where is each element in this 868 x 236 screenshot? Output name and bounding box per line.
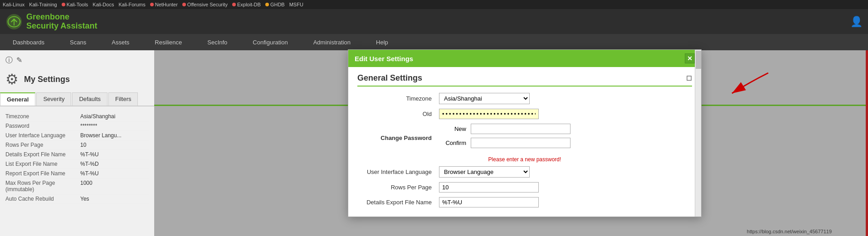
nav-resilience[interactable]: Resilience: [142, 34, 195, 50]
modal-body: General Settings ☐ Timezone Asia/Shangha…: [348, 67, 701, 217]
bookmarks-bar: Kali-Linux Kali-Training Kali-Tools Kali…: [0, 0, 868, 9]
form-row-new-password: Change Password New Confirm: [357, 124, 692, 152]
new-password-input[interactable]: [471, 124, 571, 134]
password-error-message: Please enter a new password!: [357, 156, 692, 163]
setting-label-rows-per-page: Rows Per Page: [5, 142, 80, 148]
setting-label-password: Password: [5, 123, 80, 129]
main-header: Greenbone Security Assistant 👤: [0, 9, 868, 34]
setting-value-ui-language: Browser Langu...: [80, 132, 122, 139]
setting-row-list-export: List Export File Name %T-%D: [5, 159, 149, 169]
bookmark-kali-training[interactable]: Kali-Training: [29, 2, 57, 7]
setting-value-auto-cache: Yes: [80, 196, 89, 202]
change-password-group-label: Change Password: [357, 135, 439, 141]
details-export-label: Details Export File Name: [357, 199, 439, 206]
bookmark-exploit-db[interactable]: Exploit-DB: [232, 2, 261, 7]
scrollbar-thumb[interactable]: [696, 51, 701, 69]
user-icon[interactable]: 👤: [850, 16, 863, 28]
nav-assets[interactable]: Assets: [99, 34, 142, 50]
setting-value-max-rows: 1000: [80, 180, 93, 193]
nav-administration[interactable]: Administration: [301, 34, 363, 50]
left-panel: ⓘ ✎ ⚙ My Settings General Severity Defau…: [0, 50, 154, 236]
form-row-ui-language: User Interface Language Browser Language…: [357, 166, 692, 178]
section-edit-icon[interactable]: ☐: [686, 75, 692, 82]
timezone-label: Timezone: [357, 95, 439, 102]
edit-icon[interactable]: ✎: [16, 56, 22, 65]
right-panel: https://blog.csdn.net/weixin_45677119 Ed…: [154, 50, 868, 236]
setting-value-details-export: %T-%U: [80, 151, 99, 158]
setting-label-max-rows: Max Rows Per Page (immutable): [5, 180, 80, 193]
setting-label-list-export: List Export File Name: [5, 161, 80, 167]
setting-value-report-export: %T-%U: [80, 170, 99, 177]
tab-severity[interactable]: Severity: [36, 92, 71, 106]
setting-row-ui-language: User Interface Language Browser Langu...: [5, 131, 149, 140]
content-area: ⓘ ✎ ⚙ My Settings General Severity Defau…: [0, 50, 868, 236]
setting-row-max-rows: Max Rows Per Page (immutable) 1000: [5, 178, 149, 194]
setting-row-details-export: Details Export File Name %T-%U: [5, 150, 149, 159]
setting-label-timezone: Timezone: [5, 113, 80, 120]
logo-icon: [5, 13, 23, 30]
logo-text: Greenbone Security Assistant: [26, 13, 97, 31]
rows-per-page-input[interactable]: [439, 182, 539, 193]
confirm-password-input[interactable]: [471, 138, 571, 148]
nav-help[interactable]: Help: [363, 34, 401, 50]
setting-value-rows-per-page: 10: [80, 142, 86, 148]
bookmark-msfu[interactable]: MSFU: [289, 2, 303, 7]
help-icon[interactable]: ⓘ: [5, 56, 13, 65]
setting-row-report-export: Report Export File Name %T-%U: [5, 169, 149, 178]
toolbar-icons: ⓘ ✎: [0, 54, 154, 69]
setting-row-timezone: Timezone Asia/Shanghai: [5, 112, 149, 121]
bookmark-offensive-security[interactable]: Offensive Security: [182, 2, 228, 7]
modal-section-title: General Settings ☐: [357, 73, 692, 87]
form-row-old-password: Old: [357, 109, 692, 119]
modal-header: Edit User Settings ✕: [348, 50, 701, 67]
setting-label-ui-language: User Interface Language: [5, 132, 80, 139]
bookmark-kali-docs[interactable]: Kali-Docs: [93, 2, 114, 7]
edit-user-settings-modal: Edit User Settings ✕ General Settings ☐ …: [348, 49, 702, 217]
details-export-input[interactable]: [439, 197, 539, 207]
setting-row-rows-per-page: Rows Per Page 10: [5, 140, 149, 150]
bookmark-nethunter[interactable]: NetHunter: [150, 2, 178, 7]
confirm-password-label: Confirm: [439, 140, 471, 146]
modal-close-button[interactable]: ✕: [685, 53, 695, 63]
form-row-details-export: Details Export File Name: [357, 197, 692, 207]
old-password-input[interactable]: [439, 109, 539, 119]
tab-filters[interactable]: Filters: [108, 92, 138, 106]
settings-table: Timezone Asia/Shanghai Password ********…: [0, 110, 154, 206]
settings-gear-icon: ⚙: [5, 71, 19, 88]
ui-language-label: User Interface Language: [357, 169, 439, 175]
logo-area: Greenbone Security Assistant: [5, 13, 97, 31]
new-password-label: New: [439, 125, 471, 132]
old-password-label: Old: [357, 111, 439, 117]
tab-general[interactable]: General: [0, 92, 35, 106]
rows-per-page-label: Rows Per Page: [357, 184, 439, 191]
ui-language-select[interactable]: Browser Language English German French: [439, 166, 530, 178]
modal-overlay: Edit User Settings ✕ General Settings ☐ …: [154, 50, 868, 236]
modal-scrollbar[interactable]: [695, 50, 701, 217]
bookmark-kali-forums[interactable]: Kali-Forums: [118, 2, 145, 7]
nav-dashboards[interactable]: Dashboards: [0, 34, 57, 50]
modal-title: Edit User Settings: [355, 55, 413, 63]
bookmark-kali-tools[interactable]: Kali-Tools: [62, 2, 88, 7]
nav-configuration[interactable]: Configuration: [240, 34, 300, 50]
nav-secinfo[interactable]: SecInfo: [195, 34, 240, 50]
page-title-area: ⚙ My Settings: [0, 69, 154, 92]
timezone-select[interactable]: Asia/Shanghai UTC America/New_York Europ…: [439, 93, 530, 104]
form-row-timezone: Timezone Asia/Shanghai UTC America/New_Y…: [357, 93, 692, 104]
bookmark-ghdb[interactable]: GHDB: [265, 2, 285, 7]
setting-value-password: ********: [80, 123, 97, 129]
form-row-rows-per-page: Rows Per Page: [357, 182, 692, 193]
tab-defaults[interactable]: Defaults: [72, 92, 107, 106]
settings-tabs: General Severity Defaults Filters: [0, 92, 154, 106]
setting-row-password: Password ********: [5, 121, 149, 131]
nav-scans[interactable]: Scans: [57, 34, 99, 50]
setting-label-auto-cache: Auto Cache Rebuild: [5, 196, 80, 202]
page-title: My Settings: [24, 75, 70, 84]
setting-value-timezone: Asia/Shanghai: [80, 113, 115, 120]
nav-bar: Dashboards Scans Assets Resilience SecIn…: [0, 34, 868, 50]
setting-label-details-export: Details Export File Name: [5, 151, 80, 158]
setting-value-list-export: %T-%D: [80, 161, 99, 167]
bookmark-kali-linux[interactable]: Kali-Linux: [3, 2, 24, 7]
setting-label-report-export: Report Export File Name: [5, 170, 80, 177]
setting-row-auto-cache: Auto Cache Rebuild Yes: [5, 194, 149, 204]
